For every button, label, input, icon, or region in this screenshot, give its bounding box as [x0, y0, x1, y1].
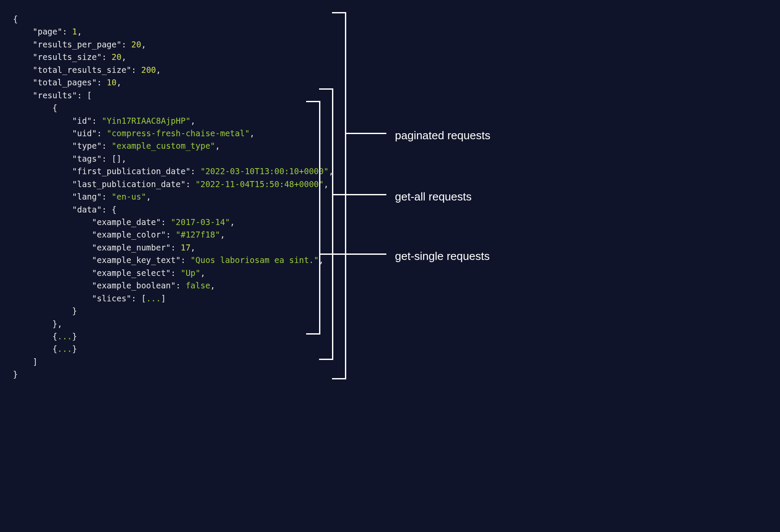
json-code-block: { "page": 1, "results_per_page": 20, "re…: [13, 13, 767, 381]
